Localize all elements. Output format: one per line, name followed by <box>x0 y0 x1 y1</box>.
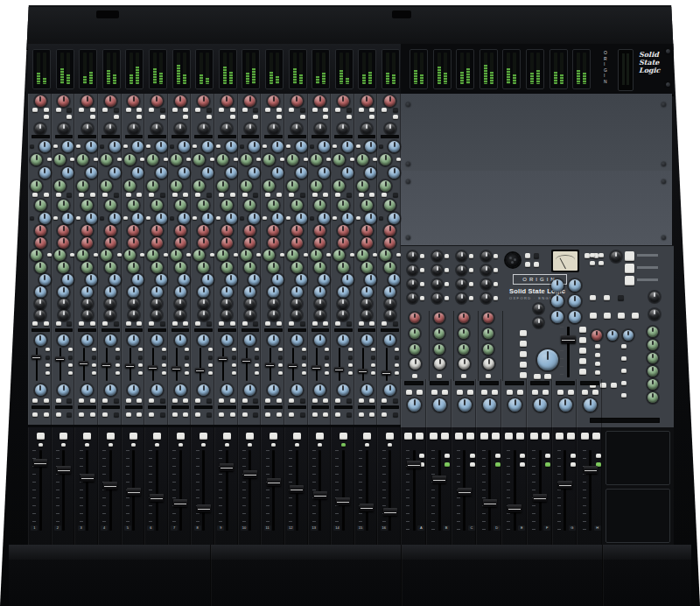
button[interactable] <box>590 261 595 265</box>
dark-knob[interactable] <box>105 299 116 309</box>
button[interactable] <box>208 371 213 375</box>
dark-knob[interactable] <box>82 123 93 134</box>
red-knob[interactable] <box>592 330 602 341</box>
channel-small-fader-handle[interactable] <box>195 368 205 372</box>
button[interactable] <box>253 108 258 112</box>
button[interactable] <box>467 390 473 395</box>
green-knob[interactable] <box>338 262 349 273</box>
button[interactable] <box>114 115 119 119</box>
green-knob[interactable] <box>268 262 279 273</box>
blue-knob[interactable] <box>35 335 46 346</box>
button[interactable] <box>596 454 601 458</box>
button[interactable] <box>516 433 524 440</box>
channel-small-fader-track[interactable] <box>152 348 154 381</box>
red-knob[interactable] <box>198 237 209 249</box>
blue-knob[interactable] <box>202 141 214 152</box>
green-knob[interactable] <box>648 379 658 390</box>
dark-knob[interactable] <box>129 310 139 321</box>
button[interactable] <box>116 348 120 351</box>
blue-knob[interactable] <box>338 335 349 346</box>
button[interactable] <box>556 433 564 440</box>
blue-knob[interactable] <box>384 384 396 396</box>
green-knob[interactable] <box>244 262 256 273</box>
button[interactable] <box>530 433 538 440</box>
green-knob[interactable] <box>217 154 228 166</box>
fader-track[interactable] <box>564 450 566 531</box>
button[interactable] <box>265 412 270 417</box>
dark-knob[interactable] <box>291 123 302 134</box>
button[interactable] <box>455 433 463 440</box>
channel-small-fader-track[interactable] <box>222 348 224 381</box>
blue-knob[interactable] <box>86 213 97 224</box>
button[interactable] <box>625 264 634 273</box>
button[interactable] <box>557 390 564 395</box>
channel-small-fader-handle[interactable] <box>55 356 65 361</box>
button[interactable] <box>162 348 166 351</box>
button[interactable] <box>44 412 49 417</box>
button[interactable] <box>114 398 119 403</box>
blue-knob[interactable] <box>537 349 558 370</box>
red-knob[interactable] <box>81 225 93 236</box>
channel-small-fader-track[interactable] <box>200 348 201 381</box>
dark-knob[interactable] <box>129 123 139 134</box>
channel-small-fader-handle[interactable] <box>288 363 298 368</box>
button[interactable] <box>126 321 131 326</box>
blue-knob[interactable] <box>226 141 237 152</box>
fader-track[interactable] <box>539 450 542 531</box>
green-knob[interactable] <box>81 262 93 273</box>
button[interactable] <box>170 216 174 220</box>
button[interactable] <box>325 356 329 359</box>
button[interactable] <box>206 115 212 119</box>
button[interactable] <box>310 144 314 148</box>
blue-knob[interactable] <box>156 213 167 224</box>
green-knob[interactable] <box>648 353 658 363</box>
button[interactable] <box>177 433 185 440</box>
red-knob[interactable] <box>105 95 116 107</box>
button[interactable] <box>102 398 108 403</box>
button[interactable] <box>590 313 597 319</box>
button[interactable] <box>412 374 417 378</box>
button[interactable] <box>56 108 61 112</box>
red-knob[interactable] <box>221 237 233 249</box>
blue-knob[interactable] <box>105 384 116 396</box>
blue-knob[interactable] <box>151 286 163 298</box>
green-knob[interactable] <box>101 154 112 166</box>
fader-track[interactable] <box>514 450 516 531</box>
fader-handle[interactable] <box>432 476 446 483</box>
red-knob[interactable] <box>483 313 494 323</box>
button[interactable] <box>126 108 131 112</box>
button[interactable] <box>185 356 189 359</box>
green-knob[interactable] <box>434 344 444 355</box>
red-knob[interactable] <box>105 225 116 236</box>
button[interactable] <box>66 108 72 112</box>
button[interactable] <box>160 115 165 119</box>
blue-knob[interactable] <box>198 286 209 298</box>
button[interactable] <box>325 348 329 351</box>
button[interactable] <box>162 363 166 367</box>
fader-track[interactable] <box>62 450 65 531</box>
button[interactable] <box>200 433 207 440</box>
green-knob[interactable] <box>221 262 233 273</box>
green-knob[interactable] <box>311 250 322 261</box>
dark-knob[interactable] <box>35 299 46 309</box>
blue-knob[interactable] <box>39 167 51 179</box>
button[interactable] <box>183 412 188 417</box>
red-knob[interactable] <box>361 225 373 236</box>
button[interactable] <box>323 412 328 417</box>
blue-knob[interactable] <box>534 398 547 412</box>
button[interactable] <box>223 433 231 440</box>
button[interactable] <box>492 433 500 440</box>
dark-knob[interactable] <box>361 310 372 321</box>
green-knob[interactable] <box>193 250 205 261</box>
button[interactable] <box>382 412 387 417</box>
button[interactable] <box>136 108 142 112</box>
button[interactable] <box>545 462 550 467</box>
button[interactable] <box>300 412 305 417</box>
blue-knob[interactable] <box>607 330 618 341</box>
button[interactable] <box>44 398 49 403</box>
button[interactable] <box>66 115 72 119</box>
blue-knob[interactable] <box>226 213 237 224</box>
blue-knob[interactable] <box>156 167 167 179</box>
dark-knob[interactable] <box>338 310 348 321</box>
blue-knob[interactable] <box>86 141 97 152</box>
